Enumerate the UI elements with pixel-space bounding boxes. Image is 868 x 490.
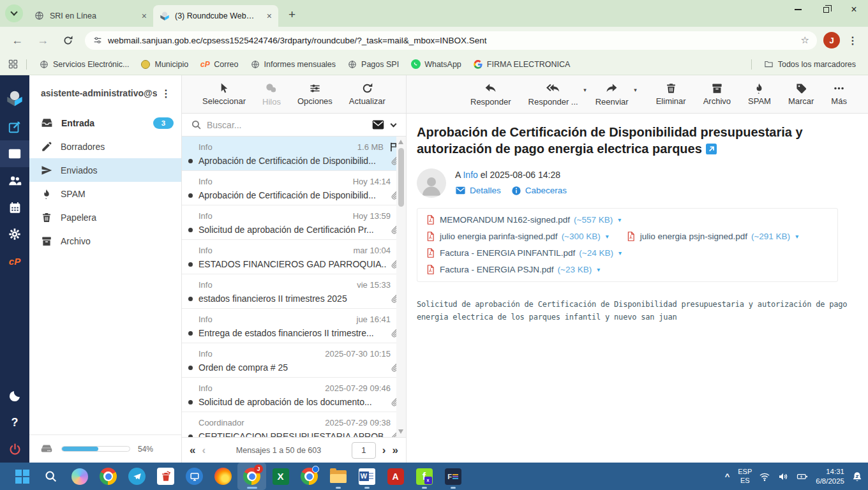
tab-search-button[interactable] [5, 4, 23, 22]
options-button[interactable]: Opciones [297, 82, 333, 106]
reply-button[interactable]: Responder [470, 82, 511, 107]
attachment-item[interactable]: Factura - ENERGIA PINFANTIL.pdf (~24 KB)… [425, 248, 622, 258]
sidebar-item-entrada[interactable]: Entrada 3 [29, 111, 181, 135]
clock[interactable]: 14:31 6/8/2025 [816, 467, 844, 486]
contacts-nav-button[interactable] [0, 167, 29, 194]
recycle-app-button[interactable] [151, 463, 180, 490]
details-toggle[interactable]: Detalles [470, 186, 501, 195]
sidebar-item-archivo[interactable]: Archivo [29, 229, 181, 253]
sidebar-item-enviados[interactable]: Enviados [29, 158, 181, 182]
taskbar-search-button[interactable] [36, 463, 65, 490]
message-row[interactable]: Info vie 15:33 estados financieros II tr… [182, 274, 406, 309]
attachment-item[interactable]: julio energia parinfa-signed.pdf (~300 K… [425, 231, 609, 242]
cpanel-button[interactable]: cP [0, 248, 29, 274]
window-minimize-button[interactable] [784, 0, 812, 19]
settings-nav-button[interactable] [0, 221, 29, 248]
spam-button[interactable]: SPAM [748, 82, 771, 106]
search-scope-envelope-icon[interactable] [371, 118, 385, 131]
back-button[interactable]: ← [6, 33, 28, 48]
folder-options-icon[interactable]: ⋮ [157, 87, 175, 100]
tray-chevron-icon[interactable]: ^ [724, 471, 731, 481]
attachment-item[interactable]: julio energia psjn-signed.pdf (~291 KB) … [625, 231, 798, 242]
attachment-item[interactable]: MEMORANDUM N162-signed.pdf (~557 KB) ▾ [425, 214, 621, 225]
logout-button[interactable] [0, 436, 29, 463]
bookmark-municipio[interactable]: Municipio [136, 57, 193, 71]
bookmark-star-icon[interactable]: ☆ [801, 34, 809, 46]
page-number-input[interactable] [352, 442, 376, 459]
open-in-new-window-icon[interactable] [706, 142, 717, 158]
bookmark-servicios[interactable]: Servicios Electrónic... [34, 57, 133, 71]
attachment-menu-caret-icon[interactable]: ▾ [597, 266, 600, 273]
browser-tab-sri[interactable]: SRI en Línea × [28, 5, 153, 27]
reload-button[interactable] [57, 34, 79, 47]
calendar-nav-button[interactable] [0, 194, 29, 221]
archive-button[interactable]: Archivo [703, 82, 731, 106]
tab-close-icon[interactable]: × [266, 11, 273, 21]
attachment-item[interactable]: Factura - ENERGIA PSJN.pdf (~23 KB) ▾ [425, 264, 600, 275]
delete-button[interactable]: Eliminar [656, 82, 686, 106]
message-row[interactable]: Info mar 10:04 ESTADOS FINANCIEROS GAD P… [182, 240, 406, 274]
tab-close-icon[interactable]: × [140, 11, 148, 21]
sidebar-item-borradores[interactable]: Borradores [29, 135, 181, 158]
attachment-menu-caret-icon[interactable]: ▾ [618, 216, 621, 223]
file-explorer-button[interactable] [324, 463, 352, 490]
remote-desktop-button[interactable] [180, 463, 209, 490]
excel-button[interactable]: X [266, 463, 295, 490]
message-row[interactable]: Info 2025-07-29 09:46 Solicitud de aprob… [182, 378, 406, 412]
attachment-menu-caret-icon[interactable]: ▾ [606, 233, 609, 240]
bookmark-correo[interactable]: cP Correo [195, 57, 243, 71]
volume-icon[interactable] [777, 471, 789, 482]
search-options-chevron-icon[interactable] [391, 121, 397, 127]
bookmark-firma[interactable]: FIRMA ELECTRONICA [468, 57, 575, 71]
profile-avatar[interactable]: J [823, 32, 840, 48]
message-row[interactable]: Info 1.6 MB Aprobación de Certificación … [182, 137, 406, 171]
browser-tab-roundcube[interactable]: (3) Roundcube Webmail :: Envia × [153, 5, 278, 27]
attachment-menu-caret-icon[interactable]: ▾ [618, 249, 622, 256]
wifi-icon[interactable] [759, 471, 770, 482]
headers-toggle[interactable]: Cabeceras [525, 186, 567, 195]
language-indicator[interactable]: ESP ES [738, 468, 752, 484]
envelope-icon[interactable] [455, 185, 466, 196]
scroll-up-icon[interactable] [398, 140, 403, 144]
sidebar-item-spam[interactable]: SPAM [29, 182, 181, 205]
recipient-link[interactable]: Info [463, 170, 477, 180]
new-tab-button[interactable]: + [285, 8, 299, 22]
info-icon[interactable] [511, 186, 521, 196]
window-restore-button[interactable] [812, 0, 840, 19]
bookmark-informes[interactable]: Informes mensuales [246, 57, 341, 71]
message-row[interactable]: Info Hoy 13:59 Solicitud de aprobación d… [182, 205, 406, 240]
word-button[interactable]: W [352, 463, 381, 490]
last-page-button[interactable]: » [393, 444, 398, 457]
scrollbar-thumb[interactable] [398, 148, 404, 207]
prev-page-button[interactable]: ‹ [202, 444, 206, 457]
mail-nav-button[interactable] [0, 140, 29, 167]
firefox-button[interactable] [209, 463, 237, 490]
chrome-active-button[interactable]: J [237, 463, 266, 490]
sidebar-item-papelera[interactable]: Papelera [29, 205, 181, 229]
message-row[interactable]: Info jue 16:41 Entrega de estados financ… [182, 309, 406, 343]
address-bar[interactable]: webmail.sanjuan.gob.ec/cpsess1525424746/… [85, 31, 817, 50]
help-button[interactable]: ? [0, 409, 29, 436]
site-settings-icon[interactable] [93, 35, 103, 45]
forward-button[interactable]: → [32, 33, 54, 48]
message-row[interactable]: Info 2025-07-30 10:15 Orden de compra # … [182, 343, 406, 378]
more-button[interactable]: Más [831, 82, 847, 106]
url-text[interactable]: webmail.sanjuan.gob.ec/cpsess1525424746/… [108, 36, 796, 45]
bookmark-pagos-spi[interactable]: Pagos SPI [343, 57, 403, 71]
scroll-down-icon[interactable] [398, 429, 403, 434]
forward-button[interactable]: Reenviar ▾ [595, 82, 629, 107]
message-row[interactable]: Info Hoy 14:14 Aprobación de Certificaci… [182, 171, 406, 205]
first-page-button[interactable]: « [190, 444, 195, 457]
f-app-button[interactable]: F [438, 463, 467, 490]
battery-icon[interactable] [796, 471, 809, 482]
chrome-button[interactable] [94, 463, 123, 490]
dark-mode-button[interactable] [0, 382, 29, 409]
reply-all-button[interactable]: Responder ... ▾ [528, 82, 578, 107]
window-close-button[interactable]: × [840, 0, 868, 19]
bookmark-whatsapp[interactable]: WhatsApp [406, 57, 466, 71]
next-page-button[interactable]: › [382, 444, 386, 457]
all-bookmarks-button[interactable]: Todos los marcadores [760, 57, 860, 71]
notification-bell-icon[interactable] [851, 471, 863, 482]
browser-menu-icon[interactable]: ⋮ [844, 34, 862, 47]
acrobat-button[interactable]: A [381, 463, 410, 490]
